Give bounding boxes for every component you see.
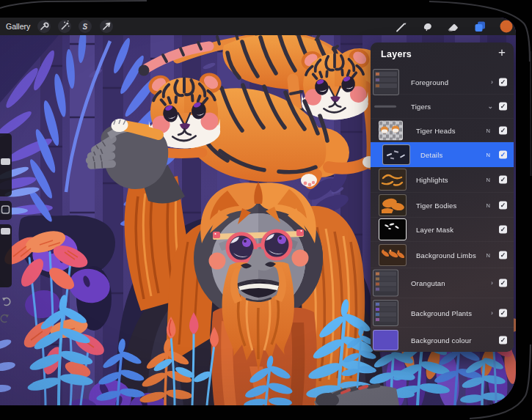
svg-text:Gallery: Gallery xyxy=(6,22,31,31)
svg-text:S: S xyxy=(83,23,88,31)
